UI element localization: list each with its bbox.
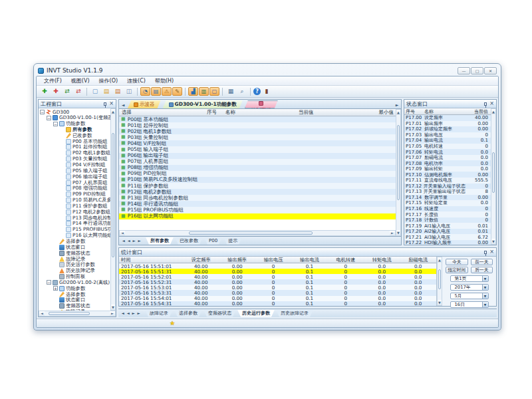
- dropdown-arrow-icon[interactable]: ▼: [482, 293, 488, 299]
- add-device-icon[interactable]: ✚: [39, 87, 50, 96]
- button-prev-day[interactable]: 前一天: [471, 259, 493, 265]
- nav-prev-icon[interactable]: ◄: [126, 311, 130, 315]
- select-day[interactable]: 16日▼: [450, 301, 489, 308]
- tree-item[interactable]: P00 基本功能组: [39, 138, 110, 144]
- close-project-icon[interactable]: ▤: [112, 87, 123, 96]
- tree-item[interactable]: P04 V/F控制组: [39, 162, 110, 168]
- parameter-table-icon[interactable]: ▦: [225, 87, 236, 96]
- tree-item[interactable]: −功能参数: [39, 121, 110, 127]
- exit-icon[interactable]: ▮: [261, 87, 272, 96]
- close-button[interactable]: ✕: [484, 67, 497, 74]
- scroll-up-icon[interactable]: ▲: [438, 257, 442, 263]
- tree-item[interactable]: −GD200-V1.00-2(离线): [39, 279, 110, 285]
- tab-select-params[interactable]: 选择参数: [174, 310, 202, 317]
- tree-item[interactable]: P05 输入端子组: [39, 168, 110, 174]
- control-panel-icon[interactable]: ▢: [209, 87, 219, 96]
- tree-item[interactable]: 选择参数: [39, 239, 110, 245]
- scroll-thumb[interactable]: [112, 133, 114, 257]
- statistics-icon[interactable]: ▟: [188, 87, 198, 96]
- scroll-down-icon[interactable]: ▼: [438, 300, 442, 305]
- search-icon[interactable]: ⌕: [237, 87, 247, 96]
- menu-connect[interactable]: 连接(C): [122, 77, 150, 84]
- scroll-right-icon[interactable]: ►: [110, 311, 115, 316]
- scroll-thumb[interactable]: [189, 231, 313, 235]
- report-icon[interactable]: ▥: [199, 87, 209, 96]
- menu-view[interactable]: 视图(V): [66, 77, 94, 84]
- dropdown-arrow-icon[interactable]: ▼: [482, 276, 488, 281]
- tree-item[interactable]: P12 电机2参数组: [39, 209, 110, 215]
- nav-first-icon[interactable]: ◄: [120, 311, 125, 315]
- status-vertical-scrollbar[interactable]: ▲▼: [491, 108, 496, 245]
- maximize-button[interactable]: ▢: [471, 67, 483, 74]
- tab-changed-params[interactable]: 已改参数: [175, 237, 203, 245]
- tab-oscilloscope[interactable]: 示波器: [128, 100, 161, 108]
- scroll-left-icon[interactable]: ◄: [120, 231, 125, 235]
- new-window-icon[interactable]: ▢: [90, 87, 100, 96]
- tab-control-panel[interactable]: 控制面板: [245, 100, 278, 108]
- stats-row[interactable]: 2017-05-16 15:54:3140.000.0000.100.00.0: [119, 301, 436, 306]
- tree-item[interactable]: 所有参数: [39, 127, 110, 133]
- scroll-thumb[interactable]: [438, 269, 441, 289]
- tree-item[interactable]: 变频器状态: [39, 250, 110, 256]
- select-page[interactable]: 第1页▼: [450, 275, 489, 282]
- button-specify-time[interactable]: 指定时间: [446, 267, 468, 273]
- dropdown-arrow-icon[interactable]: ▼: [482, 285, 488, 290]
- tree-item[interactable]: P08 增强功能组: [39, 186, 110, 192]
- scroll-thumb[interactable]: [492, 152, 495, 193]
- tree-item[interactable]: 已改参数: [39, 132, 110, 138]
- tree-horizontal-scrollbar[interactable]: ◄►: [39, 311, 116, 317]
- tab-history-fault-records[interactable]: 历史故障记录: [276, 310, 313, 317]
- fault-record-icon[interactable]: ⚠: [162, 87, 172, 96]
- tree-item[interactable]: P03 矢量控制组: [39, 156, 110, 162]
- scroll-up-icon[interactable]: ▲: [396, 110, 400, 115]
- tree-item[interactable]: 故障记录: [39, 256, 110, 262]
- tree-item[interactable]: P10 简易PLC及多段控: [39, 198, 110, 203]
- dropdown-arrow-icon[interactable]: ▼: [482, 302, 488, 307]
- function-params-icon[interactable]: ▤: [151, 87, 161, 96]
- scroll-thumb[interactable]: [397, 125, 400, 200]
- tree-item[interactable]: 变频器状态: [39, 303, 110, 309]
- disconnect-icon[interactable]: ⇄: [73, 87, 84, 96]
- tree-expander-icon[interactable]: −: [53, 122, 58, 126]
- param-table-vertical-scrollbar[interactable]: ▲▼: [396, 109, 401, 236]
- tab-scroll-left-icon[interactable]: ◄: [120, 102, 126, 107]
- tree-item[interactable]: P01 起停控制组: [39, 144, 110, 150]
- pin-icon[interactable]: [484, 102, 487, 106]
- tree-item[interactable]: P15 PROFIBUS功能组: [39, 227, 110, 233]
- open-project-icon[interactable]: ▤: [101, 87, 112, 96]
- param-group-row[interactable]: ▦P16组 以太网功能组: [119, 213, 396, 219]
- tree-vertical-scrollbar[interactable]: ▲▼: [110, 108, 116, 311]
- tree-item[interactable]: 状态窗口: [39, 297, 110, 303]
- tree-item[interactable]: 控制面板: [39, 274, 110, 280]
- tree-item[interactable]: P09 PID控制组: [39, 192, 110, 198]
- connect-icon[interactable]: ⇄: [62, 87, 72, 96]
- status-row[interactable]: P17.22HDI输入频率0.00: [404, 240, 491, 245]
- pin-icon[interactable]: [484, 251, 487, 254]
- scroll-up-icon[interactable]: ▲: [111, 109, 115, 114]
- nav-prev-icon[interactable]: ◄: [126, 239, 131, 243]
- tree-item[interactable]: P06 输出端子组: [39, 174, 110, 180]
- close-panel-icon[interactable]: ×: [489, 249, 494, 255]
- titlebar[interactable]: INVT Studio V1.1.9 —▢✕: [36, 64, 499, 76]
- scroll-left-icon[interactable]: ◄: [39, 311, 45, 316]
- select-year[interactable]: 2017年▼: [450, 284, 489, 291]
- tree-expander-icon[interactable]: −: [47, 116, 51, 120]
- help-icon[interactable]: ?: [253, 88, 261, 95]
- pin-icon[interactable]: [104, 102, 106, 106]
- tree-item[interactable]: P07 人机界面组: [39, 180, 110, 186]
- save-icon[interactable]: ◫: [124, 87, 134, 96]
- stats-vertical-scrollbar[interactable]: ▲▼: [437, 257, 442, 306]
- tab-all-params[interactable]: 所有参数: [146, 237, 174, 245]
- tab-inverter-status[interactable]: 变频器状态: [203, 310, 236, 317]
- menu-help[interactable]: 帮助(H): [150, 77, 178, 84]
- button-next-day[interactable]: 后一天: [471, 267, 493, 273]
- tree-expander-icon[interactable]: −: [47, 280, 51, 285]
- nav-last-icon[interactable]: ►: [137, 239, 142, 243]
- minimize-button[interactable]: —: [458, 67, 470, 74]
- remove-device-icon[interactable]: ✚: [51, 87, 61, 96]
- close-panel-icon[interactable]: ×: [109, 101, 114, 106]
- tree-item[interactable]: P14 串行通讯功能组: [39, 221, 110, 227]
- tree-item[interactable]: P11 保护参数组: [39, 203, 110, 209]
- param-table-horizontal-scrollbar[interactable]: ◄►: [119, 230, 396, 236]
- scroll-right-icon[interactable]: ►: [390, 231, 395, 235]
